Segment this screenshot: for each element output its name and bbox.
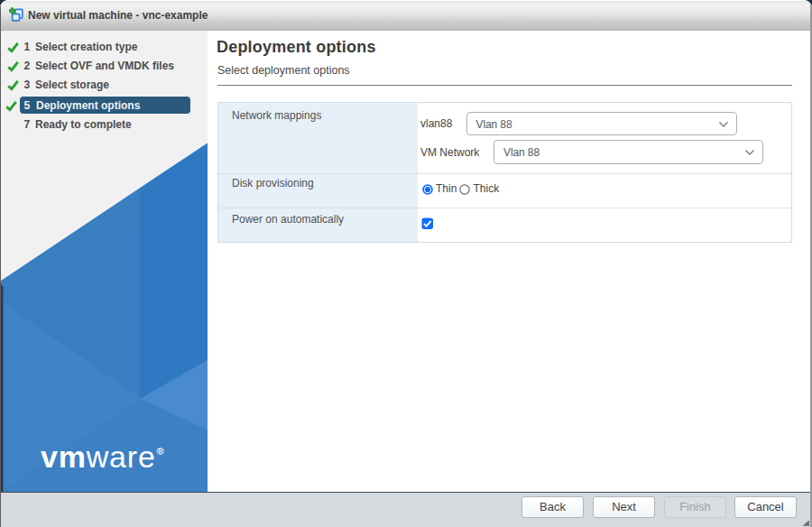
svg-text:vmware®: vmware® (41, 439, 164, 474)
